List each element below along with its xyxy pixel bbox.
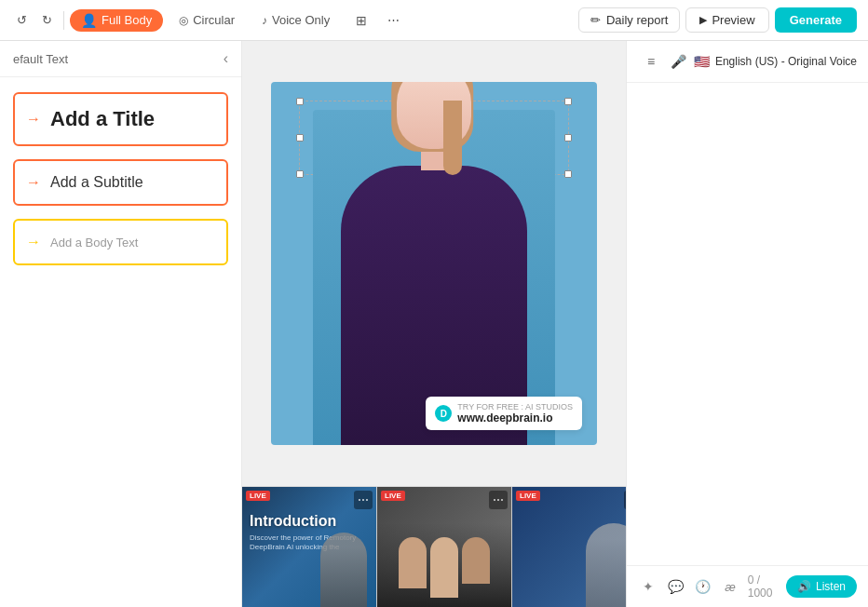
sparkle-icon: ✦ bbox=[643, 579, 654, 594]
toolbar-divider-1 bbox=[63, 11, 64, 30]
clock-icon: 🕐 bbox=[695, 579, 711, 594]
thumb-person-figure bbox=[320, 533, 367, 607]
voice-only-label: Voice Only bbox=[272, 13, 330, 27]
generate-button[interactable]: Generate bbox=[775, 7, 857, 33]
body-arrow-icon: → bbox=[26, 234, 41, 250]
listen-button[interactable]: 🔊 Listen bbox=[786, 575, 857, 598]
left-panel-header: efault Text ‹ bbox=[0, 41, 241, 77]
mic-icon: 🎤 bbox=[671, 54, 686, 69]
live-badge: LIVE bbox=[246, 491, 270, 501]
circle-icon: ◎ bbox=[179, 14, 188, 27]
script-area bbox=[627, 83, 868, 565]
full-body-label: Full Body bbox=[102, 13, 152, 27]
handle-top-left[interactable] bbox=[296, 98, 304, 105]
char-icon: æ bbox=[725, 580, 736, 594]
avatar-icon: 👤 bbox=[81, 13, 97, 28]
preview-label: Preview bbox=[712, 13, 754, 27]
mic-icon-button[interactable]: 🎤 bbox=[666, 48, 692, 74]
handle-bottom-left[interactable] bbox=[296, 170, 304, 178]
group-icon: ⊞ bbox=[356, 13, 367, 28]
thumb-intro-text: Introduction bbox=[250, 513, 336, 530]
group-button[interactable]: ⊞ bbox=[345, 9, 378, 32]
language-selector[interactable]: 🇺🇸 English (US) - Original Voice bbox=[694, 54, 857, 69]
voice-icon: ♪ bbox=[262, 14, 267, 27]
menu-icon: ≡ bbox=[647, 54, 655, 69]
char-icon-button[interactable]: æ bbox=[720, 573, 739, 600]
watermark-logo-letter: D bbox=[441, 409, 447, 419]
clock-icon-button[interactable]: 🕐 bbox=[693, 573, 712, 600]
watermark: D TRY FOR FREE : AI STUDIOS www.deepbrai… bbox=[426, 397, 582, 430]
toolbar-left-group: ↺ ↻ 👤 Full Body ◎ Circular ♪ Voice Only … bbox=[11, 8, 405, 32]
more-button[interactable]: ⋯ bbox=[382, 9, 405, 31]
main-area: efault Text ‹ → Add a Title → Add a Subt… bbox=[0, 41, 868, 607]
daily-report-button[interactable]: ✏ Daily report bbox=[578, 7, 680, 33]
body-block[interactable]: → Add a Body Text bbox=[13, 219, 228, 265]
thumb-2-person1 bbox=[399, 537, 427, 588]
thumb-3-live-badge: LIVE bbox=[516, 491, 540, 501]
full-body-button[interactable]: 👤 Full Body bbox=[70, 9, 163, 32]
title-arrow-icon: → bbox=[26, 111, 41, 128]
pencil-icon: ✏ bbox=[590, 13, 601, 27]
redo-button[interactable]: ↻ bbox=[36, 9, 58, 31]
watermark-url: www.deepbrain.io bbox=[457, 411, 573, 425]
thumb-2-people bbox=[399, 537, 490, 598]
center-panel: D TRY FOR FREE : AI STUDIOS www.deepbrai… bbox=[242, 41, 626, 607]
watermark-try-label: TRY FOR FREE : AI STUDIOS bbox=[457, 402, 573, 411]
watermark-text-group: TRY FOR FREE : AI STUDIOS www.deepbrain.… bbox=[457, 402, 573, 425]
script-textarea[interactable] bbox=[636, 92, 859, 362]
handle-bottom-right[interactable] bbox=[564, 170, 572, 178]
handle-mid-right[interactable] bbox=[564, 134, 572, 142]
canvas-area: D TRY FOR FREE : AI STUDIOS www.deepbrai… bbox=[242, 41, 626, 486]
thumbnail-2[interactable]: ⋯ LIVE bbox=[377, 487, 512, 607]
char-count: 0 / 1000 bbox=[748, 573, 779, 600]
presenter-container bbox=[313, 110, 555, 445]
text-blocks-container: → Add a Title → Add a Subtitle → Add a B… bbox=[0, 77, 241, 280]
right-panel: ≡ 🎤 🇺🇸 English (US) - Original Voice ✦ 💬… bbox=[626, 41, 868, 607]
main-toolbar: ↺ ↻ 👤 Full Body ◎ Circular ♪ Voice Only … bbox=[0, 0, 868, 41]
thumb-2-person3 bbox=[462, 537, 490, 584]
thumb-intro-menu-button[interactable]: ⋯ bbox=[354, 491, 373, 509]
menu-icon-button[interactable]: ≡ bbox=[638, 48, 664, 74]
subtitle-block[interactable]: → Add a Subtitle bbox=[13, 159, 228, 206]
handle-top-right[interactable] bbox=[564, 98, 572, 105]
thumb-3-menu-button[interactable]: ⋯ bbox=[624, 491, 626, 509]
circular-button[interactable]: ◎ Circular bbox=[167, 8, 247, 32]
voice-only-button[interactable]: ♪ Voice Only bbox=[251, 9, 341, 31]
subtitle-arrow-icon: → bbox=[26, 174, 41, 191]
daily-report-label: Daily report bbox=[606, 13, 668, 27]
video-canvas[interactable]: D TRY FOR FREE : AI STUDIOS www.deepbrai… bbox=[271, 82, 597, 445]
sparkle-icon-button[interactable]: ✦ bbox=[638, 573, 658, 600]
bubble-icon: 💬 bbox=[668, 579, 684, 594]
thumb-2-menu-button[interactable]: ⋯ bbox=[489, 491, 508, 509]
left-panel-title: efault Text bbox=[13, 52, 68, 66]
title-block-label: Add a Title bbox=[50, 107, 155, 131]
thumb-2-overlay bbox=[377, 523, 511, 607]
left-panel: efault Text ‹ → Add a Title → Add a Subt… bbox=[0, 41, 242, 607]
undo-button[interactable]: ↺ bbox=[11, 9, 33, 31]
thumbnails-row: LIVE ⋯ Introduction Discover the power o… bbox=[242, 486, 626, 607]
language-label: English (US) - Original Voice bbox=[715, 55, 857, 68]
body-block-label: Add a Body Text bbox=[50, 236, 138, 250]
subtitle-block-label: Add a Subtitle bbox=[50, 174, 143, 191]
flag-icon: 🇺🇸 bbox=[694, 54, 710, 69]
presenter-hair-strand bbox=[443, 101, 462, 175]
right-bottom-bar: ✦ 💬 🕐 æ 0 / 1000 🔊 Listen bbox=[627, 565, 868, 607]
thumb-3-figure bbox=[586, 523, 626, 607]
collapse-button[interactable]: ‹ bbox=[224, 50, 228, 67]
listen-label: Listen bbox=[816, 580, 846, 593]
right-panel-toolbar: ≡ 🎤 🇺🇸 English (US) - Original Voice bbox=[627, 41, 868, 83]
thumb-2-person2 bbox=[430, 537, 458, 598]
bubble-icon-button[interactable]: 💬 bbox=[665, 573, 685, 600]
thumb-2-live-badge: LIVE bbox=[381, 491, 405, 501]
volume-icon: 🔊 bbox=[797, 580, 811, 593]
watermark-logo: D bbox=[435, 405, 452, 422]
thumbnail-3[interactable]: ⋯ LIVE bbox=[512, 487, 626, 607]
play-icon: ▶ bbox=[699, 14, 707, 26]
handle-mid-left[interactable] bbox=[296, 134, 304, 142]
thumbnail-intro[interactable]: LIVE ⋯ Introduction Discover the power o… bbox=[242, 487, 377, 607]
title-block[interactable]: → Add a Title bbox=[13, 92, 228, 146]
circular-label: Circular bbox=[193, 13, 235, 27]
preview-button[interactable]: ▶ Preview bbox=[685, 7, 768, 33]
